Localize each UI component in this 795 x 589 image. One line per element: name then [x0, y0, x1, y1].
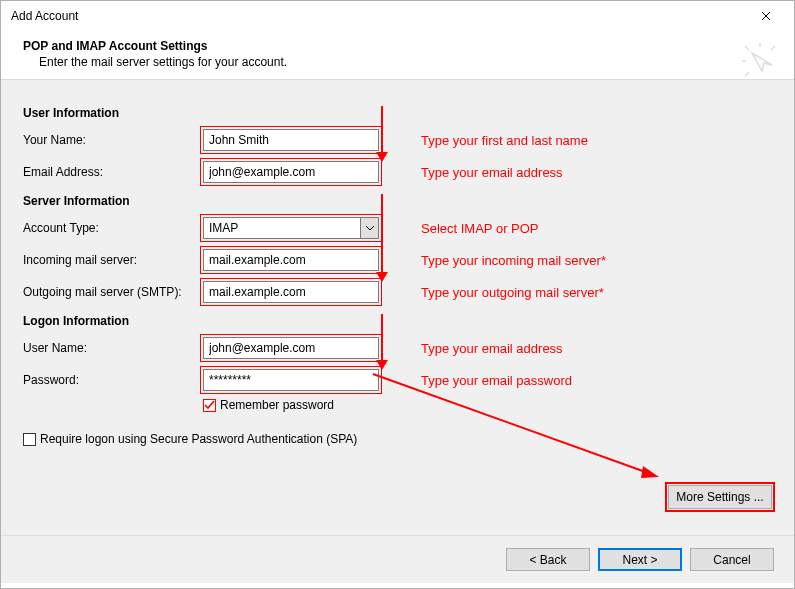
dialog-subtitle: Enter the mail server settings for your …: [39, 55, 774, 69]
email-hint: Type your email address: [421, 165, 563, 180]
add-account-dialog: Add Account POP and IMAP Account Setting…: [0, 0, 795, 589]
section-server-information: Server Information: [23, 194, 772, 208]
svg-line-4: [745, 72, 749, 76]
dialog-heading: POP and IMAP Account Settings: [23, 39, 774, 53]
section-user-information: User Information: [23, 106, 772, 120]
email-label: Email Address:: [23, 165, 203, 179]
password-label: Password:: [23, 373, 203, 387]
username-label: User Name:: [23, 341, 203, 355]
dropdown-button[interactable]: [360, 218, 378, 238]
section-logon-information: Logon Information: [23, 314, 772, 328]
cancel-button[interactable]: Cancel: [690, 548, 774, 571]
dialog-content: User Information Your Name: Type your fi…: [1, 80, 794, 583]
cursor-graphic-icon: [740, 41, 780, 81]
username-input[interactable]: [203, 337, 379, 359]
remember-password-label: Remember password: [220, 398, 334, 412]
outgoing-hint: Type your outgoing mail server*: [421, 285, 604, 300]
account-type-value: IMAP: [204, 221, 360, 235]
username-hint: Type your email address: [421, 341, 563, 356]
more-settings-button[interactable]: More Settings ...: [668, 485, 772, 509]
back-button[interactable]: < Back: [506, 548, 590, 571]
window-title: Add Account: [11, 9, 746, 23]
spa-label: Require logon using Secure Password Auth…: [40, 432, 357, 446]
close-icon: [761, 11, 771, 21]
chevron-down-icon: [366, 226, 374, 231]
close-button[interactable]: [746, 3, 786, 29]
svg-line-2: [745, 46, 749, 50]
incoming-hint: Type your incoming mail server*: [421, 253, 606, 268]
checkmark-icon: [204, 400, 215, 411]
account-type-label: Account Type:: [23, 221, 203, 235]
dialog-footer: < Back Next > Cancel: [1, 535, 794, 583]
account-type-select[interactable]: IMAP: [203, 217, 379, 239]
your-name-label: Your Name:: [23, 133, 203, 147]
dialog-header: POP and IMAP Account Settings Enter the …: [1, 31, 794, 80]
next-button[interactable]: Next >: [598, 548, 682, 571]
password-hint: Type your email password: [421, 373, 572, 388]
account-type-hint: Select IMAP or POP: [421, 221, 539, 236]
outgoing-server-input[interactable]: [203, 281, 379, 303]
svg-line-3: [771, 46, 775, 50]
your-name-input[interactable]: [203, 129, 379, 151]
spa-checkbox[interactable]: [23, 433, 36, 446]
title-bar: Add Account: [1, 1, 794, 31]
email-input[interactable]: [203, 161, 379, 183]
incoming-label: Incoming mail server:: [23, 253, 203, 267]
password-input[interactable]: [203, 369, 379, 391]
outgoing-label: Outgoing mail server (SMTP):: [23, 285, 203, 299]
your-name-hint: Type your first and last name: [421, 133, 588, 148]
remember-password-checkbox[interactable]: [203, 399, 216, 412]
incoming-server-input[interactable]: [203, 249, 379, 271]
